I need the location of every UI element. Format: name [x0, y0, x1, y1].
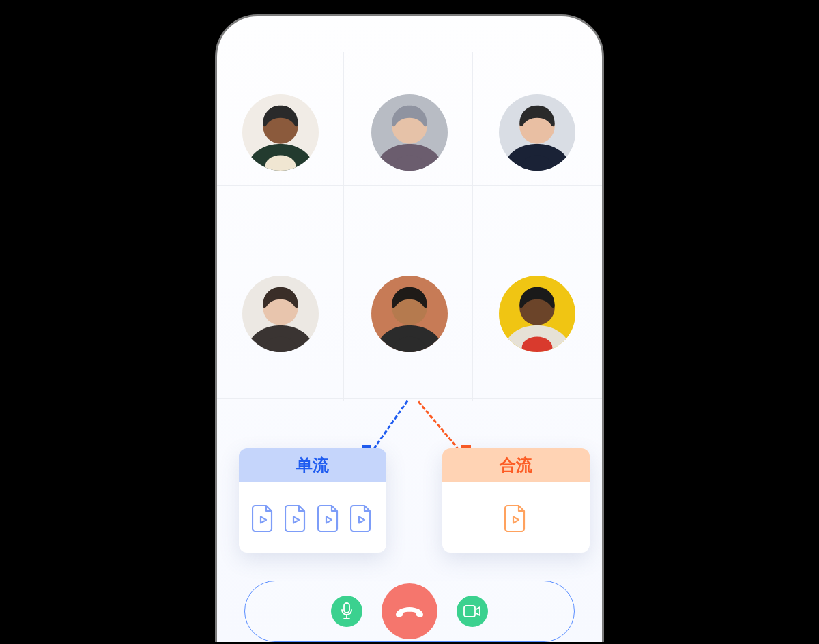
video-file-icon: [350, 503, 373, 532]
svg-rect-25: [464, 606, 475, 617]
phone-mockup: 单流 合流: [215, 14, 604, 642]
grid-row-separator: [217, 185, 602, 186]
mic-button[interactable]: [331, 596, 362, 627]
video-icon: [463, 605, 481, 617]
participant-avatar[interactable]: [499, 276, 575, 352]
merge-stream-title: 合流: [442, 448, 590, 482]
participant-avatar[interactable]: [499, 94, 575, 171]
single-stream-card[interactable]: 单流: [239, 448, 386, 553]
hangup-icon: [393, 603, 426, 619]
merge-stream-card[interactable]: 合流: [442, 448, 590, 553]
grid-col-separator: [472, 52, 473, 401]
grid-col-separator: [343, 52, 344, 401]
merge-stream-icons: [442, 482, 590, 553]
video-file-icon: [285, 503, 308, 532]
single-stream-title: 单流: [239, 448, 386, 482]
video-file-icon: [317, 503, 341, 532]
grid-row-separator: [217, 398, 602, 399]
video-file-icon: [504, 503, 528, 532]
svg-rect-24: [344, 603, 349, 613]
hangup-button[interactable]: [382, 583, 437, 639]
participant-avatar[interactable]: [242, 276, 319, 352]
single-stream-icons: [239, 482, 386, 553]
call-controls: [244, 581, 575, 642]
participant-avatar[interactable]: [371, 276, 448, 352]
video-button[interactable]: [457, 596, 488, 627]
video-file-icon: [252, 503, 275, 532]
mic-icon: [340, 602, 354, 620]
participant-avatar[interactable]: [371, 94, 448, 171]
participant-avatar[interactable]: [242, 94, 319, 171]
